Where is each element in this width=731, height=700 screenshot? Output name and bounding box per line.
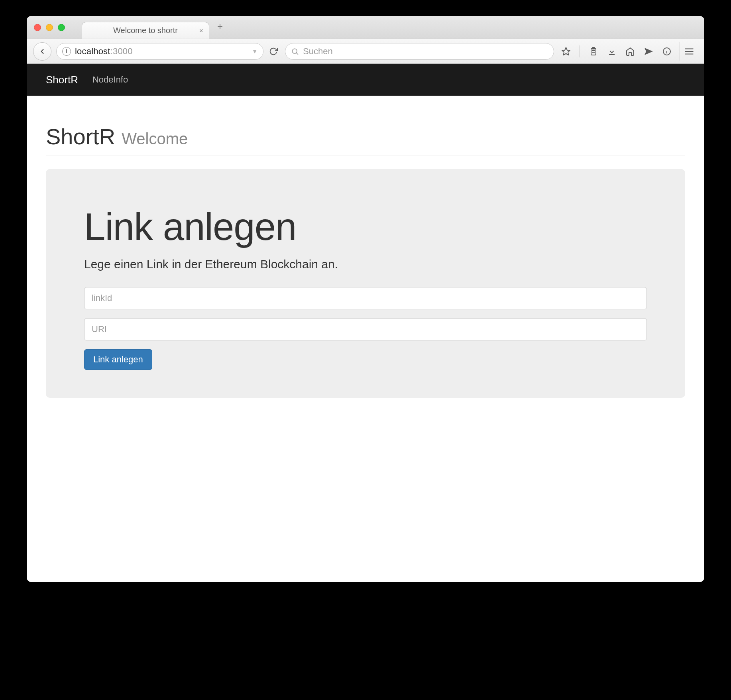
window-minimize-button[interactable] [46, 24, 53, 31]
search-icon [291, 47, 299, 55]
linkid-input[interactable] [84, 287, 647, 309]
svg-line-1 [297, 53, 298, 54]
reload-button[interactable] [267, 45, 280, 58]
tab-title: Welcome to shortr [113, 26, 178, 35]
url-rest: :3000 [110, 46, 133, 56]
browser-toolbar: i localhost:3000 ▼ Suchen [27, 39, 704, 64]
window-close-button[interactable] [34, 24, 41, 31]
clipboard-icon[interactable] [589, 47, 598, 56]
downloads-icon[interactable] [607, 47, 617, 56]
search-bar[interactable]: Suchen [285, 43, 554, 60]
tab-strip: Welcome to shortr × + [27, 16, 704, 39]
url-host: localhost [75, 46, 110, 56]
url-dropdown-icon[interactable]: ▼ [252, 48, 257, 55]
menu-button[interactable] [680, 42, 698, 61]
send-icon[interactable] [644, 47, 653, 56]
close-tab-icon[interactable]: × [199, 26, 203, 35]
browser-tab[interactable]: Welcome to shortr × [82, 22, 209, 39]
toolbar-icons [561, 45, 672, 57]
form-group-linkid [84, 287, 647, 309]
info-icon[interactable] [662, 47, 672, 56]
new-tab-button[interactable]: + [214, 21, 226, 31]
address-bar[interactable]: i localhost:3000 ▼ [56, 43, 263, 60]
navbar-brand[interactable]: ShortR [46, 74, 78, 86]
browser-window: Welcome to shortr × + i localhost:3000 ▼… [27, 16, 704, 582]
home-icon[interactable] [625, 47, 635, 56]
page-subtitle: Welcome [122, 130, 188, 148]
back-button[interactable] [33, 42, 51, 61]
bookmark-star-icon[interactable] [561, 47, 571, 56]
jumbotron: Link anlegen Lege einen Link in der Ethe… [46, 169, 685, 398]
page-header: ShortR Welcome [46, 124, 685, 155]
submit-button[interactable]: Link anlegen [84, 349, 152, 370]
site-info-icon[interactable]: i [62, 47, 71, 56]
page-title: ShortR [46, 124, 115, 149]
page-viewport: ShortR NodeInfo ShortR Welcome Link anle… [27, 64, 704, 582]
svg-marker-2 [562, 47, 570, 55]
jumbotron-lead: Lege einen Link in der Ethereum Blockcha… [84, 258, 647, 271]
app-navbar: ShortR NodeInfo [27, 64, 704, 96]
jumbotron-heading: Link anlegen [84, 205, 647, 249]
page-title-row: ShortR Welcome [46, 124, 685, 149]
uri-input[interactable] [84, 318, 647, 340]
svg-point-0 [292, 49, 297, 53]
form-group-uri [84, 318, 647, 340]
toolbar-separator [580, 45, 580, 57]
svg-rect-7 [609, 54, 615, 55]
navbar-item-nodeinfo[interactable]: NodeInfo [92, 75, 128, 85]
window-controls [34, 24, 65, 31]
window-zoom-button[interactable] [58, 24, 65, 31]
search-placeholder: Suchen [303, 46, 333, 57]
main-container: ShortR Welcome Link anlegen Lege einen L… [27, 96, 704, 446]
url-text: localhost:3000 [75, 46, 133, 57]
